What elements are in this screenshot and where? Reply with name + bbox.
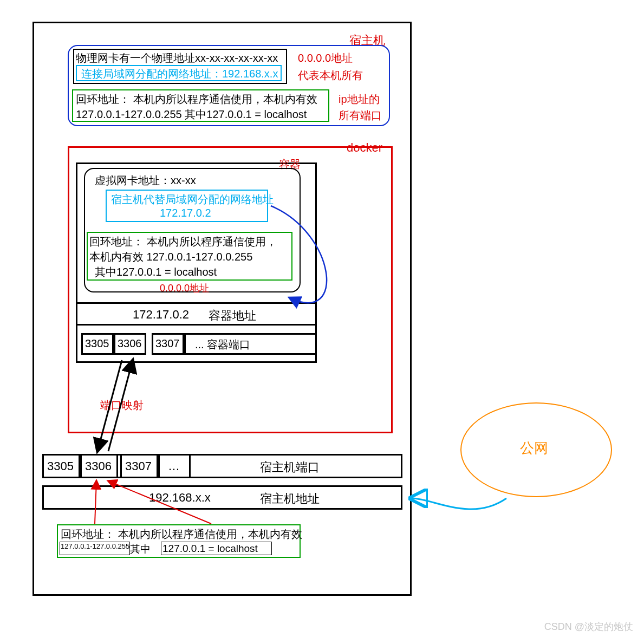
- diagram-canvas: 宿主机 物理网卡有一个物理地址xx-xx-xx-xx-xx-xx 连接局域网分配…: [0, 0, 644, 644]
- host-loop-mid: 其中: [130, 542, 151, 556]
- host-loop1: 回环地址： 本机内所以程序通信使用，本机内有效: [76, 92, 317, 107]
- lan-addr-text: 连接局域网分配的网络地址：192.168.x.x: [81, 67, 278, 81]
- container-port-3305-t: 3305: [85, 337, 109, 350]
- nic-physical-text: 物理网卡有一个物理地址xx-xx-xx-xx-xx-xx: [76, 51, 278, 66]
- host-loop-b1: 回环地址： 本机内所以程序通信使用，本机内有效: [61, 527, 302, 542]
- container-port-3307-t: 3307: [155, 337, 180, 350]
- port-mapping-label: 端口映射: [100, 398, 144, 413]
- host-addr-label: 宿主机地址: [260, 491, 320, 507]
- blue-public-arrow: [412, 498, 506, 509]
- host-alloc-2: 172.17.0.2: [160, 207, 211, 219]
- host-loop2: 127.0.0.1-127.0.0.255 其中127.0.0.1 = loca…: [76, 107, 307, 122]
- container-zero-addr: 0.0.0.0地址: [160, 282, 209, 295]
- right-note-4: 所有端口: [339, 108, 382, 123]
- right-note-1: 0.0.0.0地址: [298, 51, 353, 66]
- host-port-rest-t: …: [168, 459, 180, 473]
- container-addr-ip: 172.17.0.2: [133, 308, 189, 322]
- public-net-label: 公网: [520, 439, 548, 458]
- container-port-3306-t: 3306: [118, 337, 142, 350]
- container-addr-row: [76, 302, 317, 326]
- host-alloc-1: 宿主机代替局域网分配的网络地址: [111, 192, 274, 207]
- right-note-3: ip地址的: [339, 92, 380, 107]
- right-note-2: 代表本机所有: [298, 68, 363, 83]
- host-port-3307-t: 3307: [125, 459, 152, 473]
- host-addr-ip: 192.168.x.x: [149, 491, 211, 505]
- container-loop-3: 其中127.0.0.1 = localhost: [95, 265, 217, 279]
- container-port-rest-t: ... 容器端口: [195, 337, 250, 352]
- host-loop-range: 127.0.0.1-127.0.0.255: [61, 542, 129, 550]
- container-loop-1: 回环地址： 本机内所以程序通信使用，: [89, 235, 277, 249]
- container-loop-2: 本机内有效 127.0.0.1-127.0.0.255: [89, 250, 252, 264]
- host-port-label: 宿主机端口: [260, 459, 320, 476]
- docker-label: docker: [347, 141, 382, 155]
- vnic-text: 虚拟网卡地址：xx-xx: [95, 173, 196, 188]
- host-port-3306-t: 3306: [85, 459, 112, 473]
- host-addr-row: [42, 485, 402, 510]
- container-addr-label: 容器地址: [209, 308, 256, 324]
- host-loop-localhost: 127.0.0.1 = localhost: [162, 543, 258, 555]
- watermark: CSDN @淡定的炮仗: [544, 620, 633, 633]
- host-port-3305-t: 3305: [47, 459, 74, 473]
